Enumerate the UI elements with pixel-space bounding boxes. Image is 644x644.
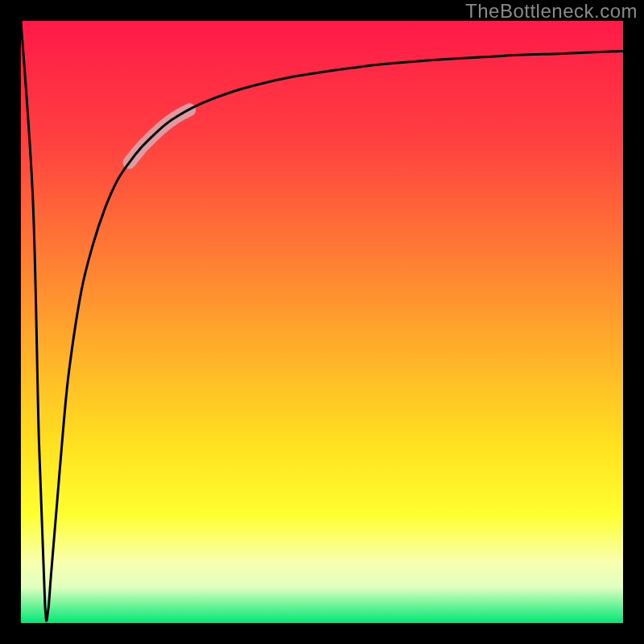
bottleneck-chart xyxy=(0,0,644,644)
watermark-text: TheBottleneck.com xyxy=(465,0,638,23)
gradient-background xyxy=(21,21,623,623)
chart-frame: { "watermark": "TheBottleneck.com", "col… xyxy=(0,0,644,644)
